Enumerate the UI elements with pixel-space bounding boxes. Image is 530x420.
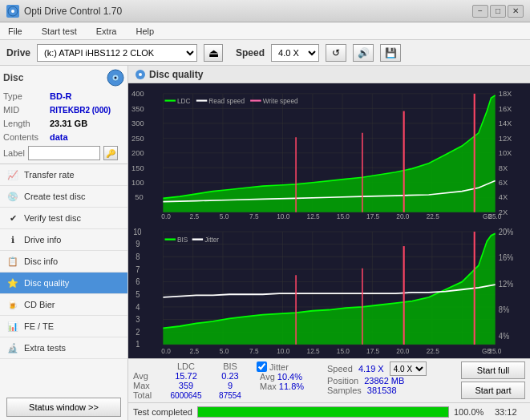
eject-button[interactable]: ⏏: [204, 44, 223, 62]
max-ldc: 359: [162, 381, 210, 390]
svg-text:6: 6: [136, 277, 140, 286]
drive-select[interactable]: (k:) ATAPI iHBS112 2 CLOK: [37, 44, 197, 62]
svg-text:7: 7: [136, 264, 140, 273]
drive-bar: Drive (k:) ATAPI iHBS112 2 CLOK ⏏ Speed …: [0, 40, 530, 66]
svg-text:0.0: 0.0: [161, 212, 171, 220]
fe-te-icon: 📊: [6, 320, 19, 333]
svg-text:5.0: 5.0: [220, 212, 229, 220]
svg-text:12%: 12%: [499, 278, 514, 288]
extra-tests-icon: 🔬: [6, 341, 19, 354]
svg-text:20.0: 20.0: [396, 212, 409, 220]
svg-text:250: 250: [131, 133, 144, 142]
svg-text:5.0: 5.0: [220, 346, 229, 355]
label-input[interactable]: [28, 146, 100, 160]
start-full-button[interactable]: Start full: [461, 361, 525, 379]
speed-stat-label: Speed: [327, 364, 353, 374]
right-panel-title: Disc quality: [149, 69, 203, 80]
verify-test-disc-icon: ✔: [6, 212, 19, 224]
svg-text:10.0: 10.0: [277, 212, 289, 220]
sidebar-label-drive-info: Drive info: [24, 235, 61, 244]
start-part-button[interactable]: Start part: [461, 382, 525, 399]
action-buttons: Start full Start part: [461, 361, 525, 399]
jitter-checkbox[interactable]: [257, 361, 267, 372]
svg-text:20%: 20%: [499, 226, 514, 236]
sidebar-label-disc-info: Disc info: [24, 256, 58, 266]
drive-info-icon: ℹ: [6, 233, 19, 246]
svg-text:15.0: 15.0: [337, 346, 350, 355]
svg-text:LDC: LDC: [177, 97, 191, 105]
menu-bar: File Start test Extra Help: [0, 22, 530, 40]
position-val: 23862 MB: [364, 376, 404, 386]
svg-text:12X: 12X: [499, 133, 512, 142]
menu-start-test[interactable]: Start test: [37, 25, 82, 38]
audio-button[interactable]: 🔊: [353, 44, 374, 62]
jitter-label: Jitter: [269, 362, 289, 372]
status-window-button[interactable]: Status window >>: [6, 398, 121, 417]
svg-text:8%: 8%: [499, 305, 509, 314]
sidebar-label-verify-test-disc: Verify test disc: [24, 213, 81, 223]
close-button[interactable]: ✕: [508, 5, 524, 18]
label-btn[interactable]: 🔑: [103, 146, 118, 160]
max-bis: 9: [210, 381, 250, 390]
disc-section-icon: [107, 69, 124, 87]
progress-percent: 100.0%: [454, 407, 490, 417]
svg-text:18X: 18X: [499, 89, 512, 98]
avg-row-label: Avg: [133, 371, 162, 381]
svg-text:400: 400: [131, 89, 144, 98]
menu-extra[interactable]: Extra: [91, 25, 122, 38]
menu-help[interactable]: Help: [131, 25, 159, 38]
label-label: Label: [3, 148, 25, 158]
svg-text:4%: 4%: [499, 330, 509, 340]
svg-text:Write speed: Write speed: [263, 97, 298, 105]
max-row-label: Max: [133, 381, 162, 390]
type-field: Type BD-R: [3, 90, 124, 103]
svg-text:16%: 16%: [499, 252, 514, 262]
jitter-max: 11.8%: [279, 382, 304, 391]
sidebar-item-verify-test-disc[interactable]: ✔ Verify test disc: [0, 208, 127, 229]
sidebar-item-disc-info[interactable]: 📋 Disc info: [0, 251, 127, 273]
svg-text:2.5: 2.5: [190, 346, 200, 355]
sidebar-item-transfer-rate[interactable]: 📈 Transfer rate: [0, 164, 127, 186]
sidebar-item-cd-bier[interactable]: 🍺 CD Bier: [0, 294, 127, 316]
position-label: Position: [327, 376, 358, 386]
svg-text:GB: GB: [482, 346, 492, 355]
svg-text:2.5: 2.5: [190, 212, 200, 220]
samples-val: 381538: [367, 386, 397, 395]
disc-quality-icon: ⭐: [6, 277, 19, 289]
refresh-button[interactable]: ↺: [326, 44, 346, 62]
sidebar-label-disc-quality: Disc quality: [24, 278, 69, 288]
main-area: Disc Type BD-R MID RITEKBR2 (000) Length…: [0, 66, 530, 420]
svg-text:9: 9: [136, 239, 140, 248]
minimize-button[interactable]: −: [472, 5, 488, 18]
transfer-rate-icon: 📈: [6, 168, 19, 181]
svg-text:22.5: 22.5: [427, 212, 439, 220]
ldc-col-header: LDC: [162, 361, 210, 371]
menu-file[interactable]: File: [3, 25, 27, 38]
sidebar-item-disc-quality[interactable]: ⭐ Disc quality: [0, 273, 127, 294]
svg-text:7.5: 7.5: [249, 212, 259, 220]
svg-text:Jitter: Jitter: [204, 235, 219, 244]
sidebar-item-drive-info[interactable]: ℹ Drive info: [0, 229, 127, 251]
sidebar-item-fe-te[interactable]: 📊 FE / TE: [0, 316, 127, 337]
svg-text:1: 1: [136, 339, 140, 349]
svg-text:5: 5: [136, 289, 140, 299]
drive-label: Drive: [6, 47, 30, 59]
save-button[interactable]: 💾: [380, 44, 401, 62]
avg-ldc: 15.72: [162, 371, 210, 381]
contents-field: Contents data: [3, 131, 124, 144]
progress-row: Test completed 100.0% 33:12: [128, 402, 530, 420]
speed-stat-val: 4.19 X: [358, 364, 384, 374]
sidebar-item-create-test-disc[interactable]: 💿 Create test disc: [0, 186, 127, 208]
svg-text:8: 8: [136, 252, 140, 261]
sidebar-item-extra-tests[interactable]: 🔬 Extra tests: [0, 337, 127, 359]
svg-text:BIS: BIS: [177, 235, 188, 244]
svg-text:22.5: 22.5: [427, 346, 439, 355]
speed-select[interactable]: 4.0 X Max 8.0 X 2.0 X: [271, 44, 319, 62]
maximize-button[interactable]: □: [490, 5, 506, 18]
svg-text:20.0: 20.0: [396, 346, 409, 355]
svg-text:0.0: 0.0: [161, 346, 171, 355]
speed-stat-select[interactable]: 4.0 X: [390, 361, 427, 376]
svg-text:350: 350: [131, 103, 144, 112]
total-ldc: 6000645: [162, 390, 210, 400]
left-panel: Disc Type BD-R MID RITEKBR2 (000) Length…: [0, 66, 128, 420]
